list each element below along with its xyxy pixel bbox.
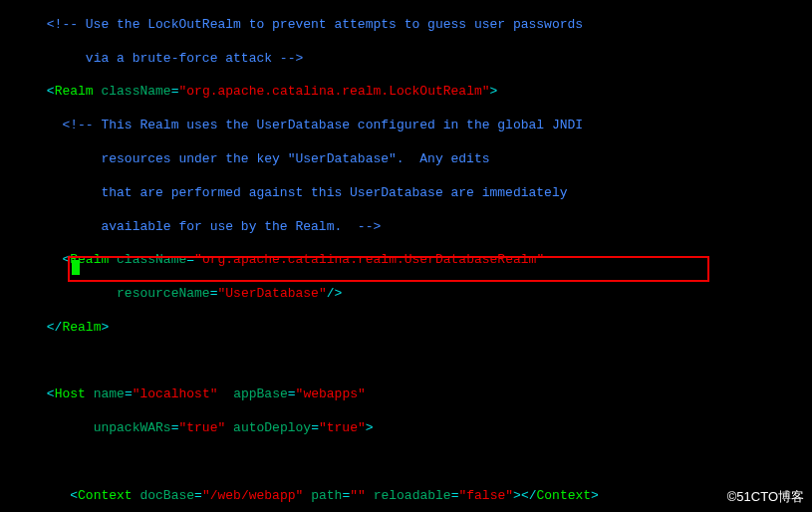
code-line: [0, 354, 812, 371]
xml-code-block: <!-- Use the LockOutRealm to prevent att…: [0, 0, 812, 512]
code-line: that are performed against this UserData…: [0, 185, 812, 202]
code-line: available for use by the Realm. -->: [0, 219, 812, 236]
code-line: </Realm>: [0, 320, 812, 337]
watermark: ©51CTO博客: [727, 489, 804, 506]
code-line: resources under the key "UserDatabase". …: [0, 151, 812, 168]
cursor-block: [72, 260, 80, 275]
code-line: <Host name="localhost" appBase="webapps": [0, 386, 812, 403]
code-line: <Realm className="org.apache.catalina.re…: [0, 252, 812, 269]
code-line: resourceName="UserDatabase"/>: [0, 286, 812, 303]
highlighted-code-line: <Context docBase="/web/webapp" path="" r…: [0, 488, 812, 505]
code-line: [0, 454, 812, 471]
code-line: <!-- This Realm uses the UserDatabase co…: [0, 118, 812, 134]
code-line: via a brute-force attack -->: [0, 51, 812, 68]
code-line: unpackWARs="true" autoDeploy="true">: [0, 420, 812, 437]
code-line: <Realm className="org.apache.catalina.re…: [0, 84, 812, 101]
code-line: <!-- Use the LockOutRealm to prevent att…: [0, 17, 812, 34]
